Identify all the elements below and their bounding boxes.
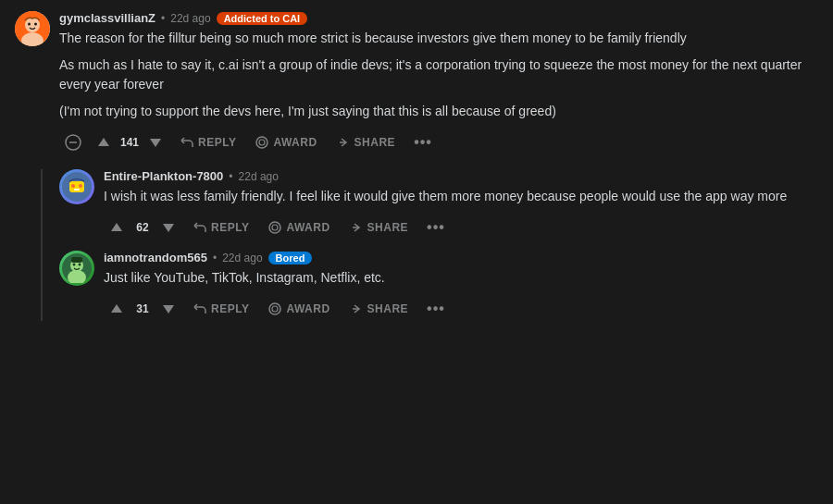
reply2-vote-section: 31 bbox=[104, 298, 181, 320]
reply1-downvote-icon bbox=[161, 220, 176, 235]
award-button[interactable]: Award bbox=[247, 131, 324, 154]
svg-point-11 bbox=[71, 184, 75, 188]
vote-count: 141 bbox=[120, 136, 139, 149]
svg-point-22 bbox=[269, 303, 280, 314]
reply1-avatar-image bbox=[62, 172, 92, 202]
reply2-actions: 31 Reply bbox=[104, 297, 818, 321]
user-badge: Addicted to CAI bbox=[217, 12, 308, 25]
replies-content: Entire-Plankton-7800 • 22d ago I wish it… bbox=[52, 169, 818, 321]
collapse-icon bbox=[65, 134, 81, 151]
upvote-button[interactable] bbox=[91, 131, 117, 154]
timestamp: 22d ago bbox=[170, 12, 210, 25]
reply2-downvote-icon bbox=[161, 301, 176, 316]
reply1-timestamp: 22d ago bbox=[239, 170, 279, 183]
svg-point-19 bbox=[73, 264, 76, 266]
reply2-text: Just like YouTube, TikTok, Instagram, Ne… bbox=[104, 268, 818, 288]
reply2-award-icon bbox=[267, 301, 282, 316]
svg-point-7 bbox=[256, 137, 267, 148]
comment-thread: gymclassvillianZ • 22d ago Addicted to C… bbox=[0, 0, 833, 332]
reply2-reply-button[interactable]: Reply bbox=[185, 299, 256, 319]
reply1-upvote-icon bbox=[109, 220, 124, 235]
upvote-icon bbox=[96, 135, 111, 150]
svg-point-20 bbox=[79, 264, 81, 266]
reply2-username: iamnotrandom565 bbox=[104, 251, 207, 264]
svg-point-14 bbox=[269, 222, 280, 233]
comment-paragraph-2: As much as I hate to say it, c.ai isn't … bbox=[59, 55, 818, 94]
downvote-icon bbox=[148, 135, 163, 150]
reply1-vote-count: 62 bbox=[133, 221, 152, 234]
reply1-award-button[interactable]: Award bbox=[260, 216, 337, 239]
username: gymclassvillianZ bbox=[59, 11, 155, 25]
more-options-button[interactable]: ••• bbox=[406, 130, 440, 154]
reply1-award-icon bbox=[267, 220, 282, 235]
reply2-more-options-button[interactable]: ••• bbox=[419, 297, 453, 321]
reply-icon bbox=[180, 136, 194, 149]
reply1-paragraph: I wish it was less family friendly. I fe… bbox=[104, 187, 818, 206]
reply-button[interactable]: Reply bbox=[172, 132, 243, 153]
top-comment: gymclassvillianZ • 22d ago Addicted to C… bbox=[15, 11, 818, 162]
reply1-share-button[interactable]: Share bbox=[342, 216, 416, 239]
reply2-downvote-button[interactable] bbox=[155, 298, 181, 320]
reply1-username: Entire-Plankton-7800 bbox=[104, 169, 223, 183]
reply1-reply-button[interactable]: Reply bbox=[185, 217, 256, 238]
avatar bbox=[15, 11, 50, 46]
svg-point-8 bbox=[259, 140, 265, 145]
comment-body: gymclassvillianZ • 22d ago Addicted to C… bbox=[59, 11, 818, 154]
thread-line-wrapper bbox=[15, 169, 52, 321]
reply2-timestamp: 22d ago bbox=[222, 252, 262, 264]
reply2-upvote-button[interactable] bbox=[104, 298, 130, 320]
svg-point-12 bbox=[79, 184, 82, 188]
reply2-vote-count: 31 bbox=[133, 302, 152, 315]
reply1-header: Entire-Plankton-7800 • 22d ago bbox=[104, 169, 818, 183]
collapse-button[interactable] bbox=[59, 130, 87, 154]
svg-point-15 bbox=[272, 225, 278, 230]
svg-point-3 bbox=[28, 23, 31, 26]
replies-container: Entire-Plankton-7800 • 22d ago I wish it… bbox=[15, 169, 818, 321]
reply2-share-button[interactable]: Share bbox=[342, 298, 416, 320]
comment-paragraph-1: The reason for the filltur being so much… bbox=[59, 29, 818, 48]
thread-line bbox=[41, 169, 43, 321]
avatar bbox=[59, 251, 94, 286]
comment-header: gymclassvillianZ • 22d ago Addicted to C… bbox=[59, 11, 818, 25]
reply1-upvote-button[interactable] bbox=[104, 216, 130, 239]
svg-point-1 bbox=[25, 18, 40, 32]
reply1-vote-section: 62 bbox=[104, 216, 181, 239]
avatar-image bbox=[15, 11, 50, 46]
reply1-more-options-button[interactable]: ••• bbox=[419, 215, 453, 240]
reply2-paragraph: Just like YouTube, TikTok, Instagram, Ne… bbox=[104, 268, 818, 288]
reply1-actions: 62 Reply bbox=[104, 215, 818, 240]
reply2-body: iamnotrandom565 • 22d ago Bored Just lik… bbox=[104, 251, 818, 321]
reply1-downvote-button[interactable] bbox=[155, 216, 181, 239]
svg-point-23 bbox=[272, 306, 278, 312]
reply-item-1: Entire-Plankton-7800 • 22d ago I wish it… bbox=[59, 169, 818, 240]
avatar bbox=[59, 169, 94, 204]
comment-actions: 141 Reply bbox=[59, 130, 818, 154]
svg-rect-21 bbox=[71, 257, 82, 263]
downvote-button[interactable] bbox=[143, 131, 168, 154]
comment-text: The reason for the filltur being so much… bbox=[59, 29, 818, 121]
reply1-share-icon bbox=[349, 220, 364, 235]
reply1-reply-icon bbox=[193, 221, 207, 234]
comment-paragraph-3: (I'm not trying to support the devs here… bbox=[59, 102, 818, 121]
reply2-upvote-icon bbox=[109, 301, 124, 316]
share-icon bbox=[336, 135, 351, 150]
reply1-text: I wish it was less family friendly. I fe… bbox=[104, 187, 818, 206]
reply-item-2: iamnotrandom565 • 22d ago Bored Just lik… bbox=[59, 251, 818, 321]
vote-section: 141 bbox=[91, 131, 168, 154]
reply2-avatar-image bbox=[62, 253, 92, 283]
reply1-body: Entire-Plankton-7800 • 22d ago I wish it… bbox=[104, 169, 818, 240]
reply2-award-button[interactable]: Award bbox=[260, 298, 337, 320]
svg-point-4 bbox=[34, 23, 37, 26]
award-icon bbox=[255, 135, 269, 150]
reply2-reply-icon bbox=[193, 302, 207, 315]
reply2-share-icon bbox=[349, 301, 364, 316]
reply2-header: iamnotrandom565 • 22d ago Bored bbox=[104, 251, 818, 264]
share-button[interactable]: Share bbox=[329, 131, 404, 154]
svg-rect-13 bbox=[74, 189, 80, 191]
reply2-badge: Bored bbox=[268, 252, 313, 264]
